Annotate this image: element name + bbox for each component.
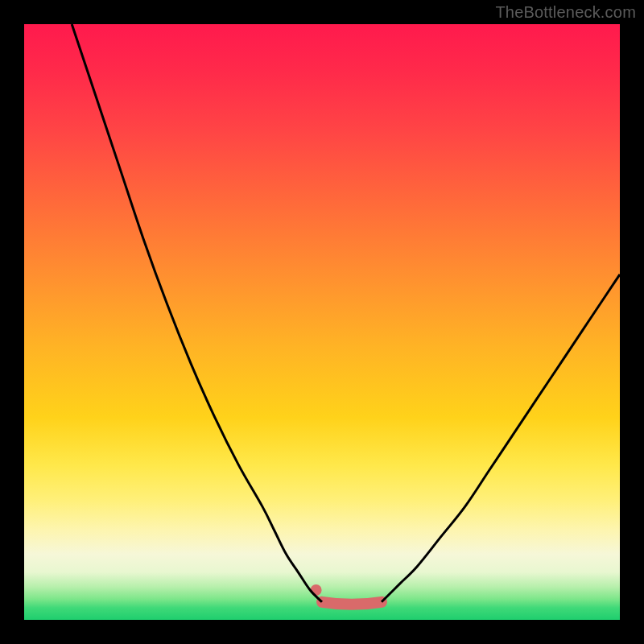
left-curve — [72, 24, 322, 602]
right-curve — [382, 275, 620, 602]
plot-area — [24, 24, 620, 620]
chart-frame: TheBottleneck.com — [0, 0, 644, 644]
floor-band — [322, 602, 382, 605]
watermark-text: TheBottleneck.com — [495, 3, 636, 22]
curve-layer — [24, 24, 620, 620]
